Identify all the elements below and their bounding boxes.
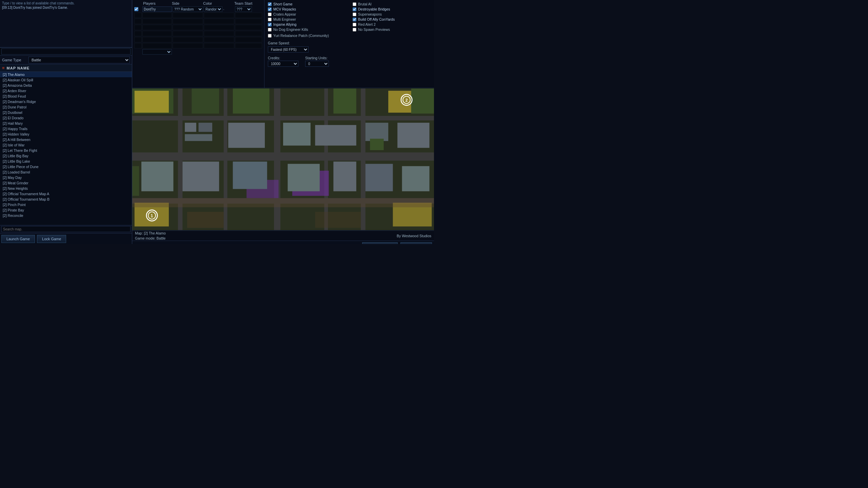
map-list-item[interactable]: [2] Let There Be Fight (0, 148, 132, 153)
map-list-title: MAP NAME (7, 66, 30, 70)
player1-dash: - (223, 7, 224, 11)
game-speed-label: Game Speed: (268, 41, 292, 45)
map-list-item[interactable]: [2] Blood Feud (0, 94, 132, 99)
empty-cell (235, 43, 262, 48)
svg-rect-34 (333, 88, 356, 114)
svg-rect-12 (135, 91, 169, 113)
build_off_ally-checkbox[interactable] (353, 18, 356, 21)
map-list-item[interactable]: [2] Little Piece of Dune (0, 164, 132, 169)
game-speed-select[interactable]: Fastest (60 FPS) Slowest Slower Slow Nor… (268, 46, 309, 53)
leave-game-button[interactable]: Leave Game (400, 242, 432, 244)
empty-player-row-3 (134, 19, 262, 24)
game-type-select[interactable]: Battle Free for All Team Alliance (28, 57, 130, 63)
superweapons-checkbox[interactable] (353, 13, 356, 16)
player1-start[interactable]: ??? (235, 6, 252, 12)
map-list[interactable]: [2] The Alamo[2] Alaskan Oil Spill[2] Am… (0, 72, 132, 225)
svg-rect-27 (182, 162, 219, 191)
map-search-input[interactable] (1, 226, 131, 232)
player1-color[interactable]: Random (204, 6, 222, 12)
svg-rect-7 (224, 88, 228, 230)
crates_appear-checkbox[interactable] (268, 13, 272, 16)
svg-rect-10 (192, 88, 219, 114)
map-list-item[interactable]: [2] Dune Patrol (0, 104, 132, 110)
map-list-item[interactable]: [2] Happy Trails (0, 126, 132, 131)
empty-cell (134, 13, 142, 18)
multi_engineer-checkbox[interactable] (268, 18, 272, 21)
player1-checkbox[interactable] (134, 7, 138, 11)
brutal_ai-checkbox[interactable] (353, 2, 356, 6)
player-slot-2-select[interactable] (142, 49, 172, 55)
map-list-item[interactable]: [2] Official Tournament Map B (0, 197, 132, 202)
no_dog_engineer-checkbox[interactable] (268, 28, 272, 32)
yuri-rebalance-checkbox[interactable] (268, 34, 272, 38)
destroyable_bridges-checkbox[interactable] (353, 7, 356, 11)
map-list-item[interactable]: [2] Pinch Point (0, 202, 132, 207)
option-row-no_spawn_previews: No Spawn Previews (353, 27, 431, 32)
map-right-section: 1 2 Map: [2] The Alamo Game mode: Battle… (132, 88, 434, 244)
map-list-item[interactable]: [2] Arden River (0, 88, 132, 94)
empty-cell (173, 31, 203, 36)
chat-input[interactable] (1, 48, 131, 55)
empty-cell (204, 19, 234, 24)
players-header: Players Side Color Team Start (134, 1, 262, 5)
credits-select[interactable]: 10000 0 5000 20000 (268, 61, 298, 67)
player1-name[interactable] (142, 6, 172, 12)
credits-group: Credits: 10000 0 5000 20000 (268, 56, 298, 67)
empty-cell (142, 25, 172, 30)
map-list-item[interactable]: [2] El Dorado (0, 115, 132, 121)
mcv_repacks-label: MCV Repacks (273, 7, 296, 11)
map-list-item[interactable]: [2] May Day (0, 175, 132, 180)
map-list-item[interactable]: [2] Little Big Bay (0, 153, 132, 159)
map-list-item[interactable]: [2] Pirate Bay (0, 207, 132, 213)
ingame_allying-checkbox[interactable] (268, 23, 272, 26)
map-list-item[interactable]: [2] Hidden Valley (0, 131, 132, 137)
map-list-item[interactable]: [2] Isle of War (0, 142, 132, 148)
map-list-item[interactable]: [2] Reconcile (0, 213, 132, 218)
map-list-item[interactable]: [2] Alaskan Oil Spill (0, 77, 132, 83)
empty-cell (204, 43, 234, 48)
yuri-rebalance-label: Yuri Rebalance Patch (Community) (273, 34, 329, 38)
left-panel: Type / to view a list of available chat … (0, 0, 132, 244)
empty-rows-container (134, 13, 262, 48)
mcv_repacks-checkbox[interactable] (268, 7, 272, 11)
multi_engineer-label: Multi Engineer (273, 17, 296, 21)
map-list-item[interactable]: [2] A Hill Between (0, 137, 132, 142)
svg-rect-8 (324, 88, 328, 230)
no_spawn_previews-checkbox[interactable] (353, 28, 356, 32)
map-list-item[interactable]: [2] Hail Mary (0, 121, 132, 126)
empty-cell (204, 31, 234, 36)
map-preview-area: 1 2 (132, 88, 434, 230)
map-list-item[interactable]: [2] Dustbowl (0, 110, 132, 115)
map-list-item[interactable]: [2] Loaded Barrel (0, 169, 132, 175)
players-table-area: Players Side Color Team Start ??? Random… (132, 0, 264, 88)
map-list-item[interactable]: [2] Meat Grinder (0, 180, 132, 186)
map-list-item[interactable]: [2] Amazona Delta (0, 83, 132, 88)
empty-cell (173, 37, 203, 42)
lock-game-button[interactable]: Lock Game (37, 235, 66, 243)
col-side: Side (172, 1, 202, 5)
players-area: Players Side Color Team Start ??? Random… (132, 0, 434, 88)
map-list-item[interactable]: [2] Deadman's Ridge (0, 99, 132, 104)
svg-rect-33 (132, 166, 139, 196)
short_game-checkbox[interactable] (268, 2, 272, 6)
svg-rect-39 (315, 212, 361, 228)
starting-units-select[interactable]: 0 1 2 (305, 61, 329, 67)
map-list-item[interactable]: [2] Official Tournament Map A (0, 191, 132, 197)
map-list-item[interactable]: [2] New Heights (0, 186, 132, 191)
svg-rect-38 (187, 212, 224, 228)
empty-player-row-6 (134, 37, 262, 42)
svg-rect-25 (397, 123, 429, 148)
map-list-header: ≡ MAP NAME (0, 64, 132, 72)
bottom-buttons: Launch Game Lock Game (0, 233, 132, 244)
crates_appear-label: Crates Appear (273, 12, 296, 16)
map-list-item[interactable]: [2] The Alamo (0, 72, 132, 77)
option-row-brutal_ai: Brutal AI (353, 2, 431, 6)
map-list-item[interactable]: [2] Little Big Lake (0, 159, 132, 164)
map-search-row (0, 225, 132, 233)
launch-game-button[interactable]: Launch Game (1, 235, 35, 243)
option-row-ingame_allying: Ingame Allying (268, 22, 346, 26)
player1-side[interactable]: ??? Random (173, 6, 203, 12)
empty-player-row-5 (134, 31, 262, 36)
change-tunnel-button[interactable]: Change Tunnel (362, 242, 398, 244)
red_alert_2-checkbox[interactable] (353, 23, 356, 26)
